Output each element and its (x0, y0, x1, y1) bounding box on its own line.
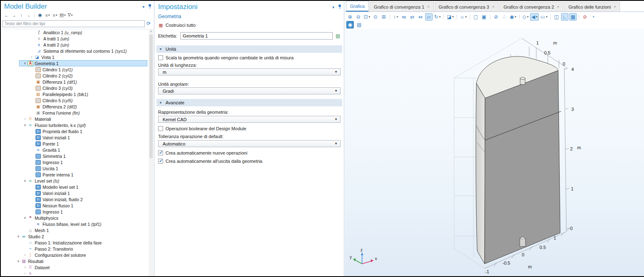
auto-build-exit-checkbox[interactable] (158, 159, 163, 164)
view-yz-button[interactable]: yz (409, 13, 416, 21)
expander-open-icon[interactable]: ∨ (16, 235, 21, 238)
tree-item[interactable]: ⊿Sistema di riferimento sul contorno 1(s… (2, 48, 148, 54)
hide-selected-button[interactable]: ⊘ (492, 13, 500, 21)
zoom-extents-button[interactable]: ⊙ (372, 13, 379, 21)
close-icon[interactable]: × (557, 5, 559, 9)
tree-item[interactable]: DValori iniziali 1 (2, 134, 148, 141)
tree-item[interactable]: ›⠿Dataset (2, 264, 148, 270)
deselect-box-button[interactable]: ▣ (481, 13, 488, 21)
tree-item[interactable]: Cilindro 2(cyl2) (2, 73, 148, 79)
type-filter-input[interactable]: Testo del filtro dei tipi (2, 20, 145, 27)
tree-item[interactable]: ∨▨Risultati (2, 258, 148, 264)
view-xy-button[interactable]: xy (400, 13, 408, 21)
pin-icon[interactable] (148, 4, 152, 9)
geometry-cylinder[interactable] (476, 56, 561, 264)
print-button[interactable]: ▤ (355, 21, 363, 28)
tree-item[interactable]: Ingresso 1 (2, 159, 148, 165)
expander-closed-icon[interactable]: › (22, 272, 28, 275)
tab-grafico-di-convergenza-1[interactable]: Grafico di convergenza 1× (369, 2, 433, 12)
tree-scrollbar[interactable]: ∧ (149, 29, 154, 276)
tree-item[interactable]: ▧Parallelepipedo 1(blk1) (2, 91, 148, 97)
expander-open-icon[interactable]: ∨ (16, 259, 21, 263)
length-unit-select[interactable]: m ▼ (158, 68, 341, 75)
transparency-button[interactable]: ◪▾ (446, 13, 455, 21)
rename-note-icon[interactable]: ▤ (335, 33, 341, 38)
tree-item[interactable]: ∨AGeometria 1 (2, 60, 148, 66)
tree-item[interactable]: Cilindro 3(cyl3) (2, 85, 148, 91)
tree-item[interactable]: ›⠿Materiali (2, 116, 148, 122)
tree-item[interactable]: ≈Flusso bifase, level set 1(tpf1) (2, 221, 148, 227)
tree-item[interactable]: ›≡ (2, 270, 148, 276)
view-xz-button[interactable]: xz (417, 13, 424, 21)
tree-item[interactable]: △Mesh 1 (2, 227, 148, 233)
tree-item[interactable]: DNessun flusso 1 (2, 202, 148, 209)
close-icon[interactable]: × (427, 5, 430, 9)
tree-item[interactable]: ▣Differenza 1(dif1) (2, 79, 148, 85)
zoom-in-button[interactable]: ⊕ (346, 13, 354, 21)
zoom-to-selection-button[interactable]: ⊞ (380, 13, 388, 21)
section-units[interactable]: ▼ Unità (156, 45, 342, 53)
scroll-up-icon[interactable]: ∧ (149, 29, 154, 34)
go-to-view-button[interactable]: ↕▾ (392, 13, 400, 21)
tab-grafico-di-convergenza-2[interactable]: Grafico di convergenza 2× (500, 2, 564, 12)
representation-select[interactable]: Kernel CAD ▼ (158, 116, 341, 123)
tree-item[interactable]: ƒAnalitico 1(u_ramp) (2, 29, 148, 35)
tree-item[interactable]: ∧A tratti 2(uin) (2, 42, 148, 48)
show-button[interactable]: ◉ (37, 12, 43, 19)
rotate-button[interactable]: ↻▾ (433, 13, 442, 21)
move-up-button[interactable]: ↑ (18, 12, 25, 19)
label-field-input[interactable]: Geometria 1 (180, 32, 333, 40)
filter-button[interactable]: ∇▾ (67, 12, 73, 19)
tree-item[interactable]: ∨*Multiphysics (2, 215, 148, 221)
angular-unit-select[interactable]: Gradi ▼ (158, 87, 341, 94)
go-to-2d-button[interactable]: ◀▾ (530, 13, 539, 21)
move-down-button[interactable]: ↓ (26, 12, 32, 19)
tree-item[interactable]: ›◪Vista 1 (2, 54, 148, 60)
expander-open-icon[interactable]: ∨ (22, 61, 28, 65)
tree-item[interactable]: ≈Gravità 1 (2, 147, 148, 153)
tree-item[interactable]: ∩Passo 1: Inizializzazione della fase (2, 239, 148, 246)
expander-open-icon[interactable]: ∨ (22, 123, 28, 127)
tree-item[interactable]: DValori iniziali 1 (2, 190, 148, 196)
axis-orientation-button[interactable]: ∟ (561, 13, 568, 21)
expander-open-icon[interactable]: ∨ (22, 179, 28, 183)
tree-item[interactable]: ∨≈Flusso turbolento, k-ε(spf) (2, 122, 148, 128)
node-display-button[interactable]: ▤▾ (59, 12, 66, 19)
tree-item[interactable]: DValori iniziali, fluido 2 (2, 196, 148, 202)
collapse-levels-button[interactable]: ≡▾ (52, 12, 58, 19)
view-unhide-button[interactable]: ◉▾ (509, 13, 517, 21)
repair-tolerance-select[interactable]: Automatico ▼ (158, 140, 341, 147)
tree-item[interactable]: DModello level set 1 (2, 184, 148, 190)
panel-menu-icon[interactable]: ▾ (332, 5, 334, 9)
expand-levels-button[interactable]: ≡▾ (44, 12, 51, 19)
zoom-out-button[interactable]: ⊖ (355, 13, 362, 21)
graphics-canvas[interactable]: 1 m 0.5 0 4 3 2 m 1 0 -1 -0.5 0 0.5 1 m (345, 28, 644, 276)
expander-closed-icon[interactable]: › (22, 265, 28, 269)
snapshot-button[interactable]: ◉ (346, 21, 354, 28)
tree-item[interactable]: ›⋮Configurazioni del solutore (2, 252, 148, 258)
build-all-button[interactable]: ▦ Costruisci tutto (158, 22, 196, 28)
panel-menu-icon[interactable]: ▾ (142, 5, 144, 9)
environment-button[interactable]: ◫ (553, 13, 560, 21)
pin-icon[interactable] (338, 5, 341, 9)
tree-item[interactable]: Cilindro 5(cyl5) (2, 97, 148, 103)
section-advanced[interactable]: ▼ Avanzate (156, 99, 342, 106)
tree-item[interactable]: Uscita 1 (2, 165, 148, 171)
tab-grafica[interactable]: Grafica (346, 1, 369, 12)
tree-item[interactable]: Simmetria 1 (2, 153, 148, 159)
auto-new-operations-checkbox[interactable] (158, 150, 163, 155)
tree-item[interactable]: ▣Forma l'unione(fin) (2, 110, 148, 116)
select-box-button[interactable]: ▢ (472, 13, 480, 21)
grid-button[interactable]: ▦ (569, 13, 577, 21)
refresh-icon[interactable]: ⟳ (145, 21, 152, 26)
wireframe-button[interactable]: ◇▾ (522, 13, 530, 21)
expander-open-icon[interactable]: ∨ (22, 216, 28, 220)
tree-item[interactable]: ∨≈Level set(ls) (2, 178, 148, 184)
tree-item[interactable]: Parete interna 1 (2, 171, 148, 178)
tab-grafico-delle-funzioni[interactable]: Grafico delle funzioni× (564, 2, 620, 12)
scale-geometry-checkbox[interactable] (158, 55, 163, 60)
tree-item[interactable]: Cilindro 1(cyl1) (2, 66, 148, 73)
perspective-button[interactable]: ▱ (425, 13, 433, 21)
color-none-button[interactable]: ⊘ (581, 13, 589, 21)
tree-item[interactable]: ∧A tratti 1(uin) (2, 35, 148, 42)
